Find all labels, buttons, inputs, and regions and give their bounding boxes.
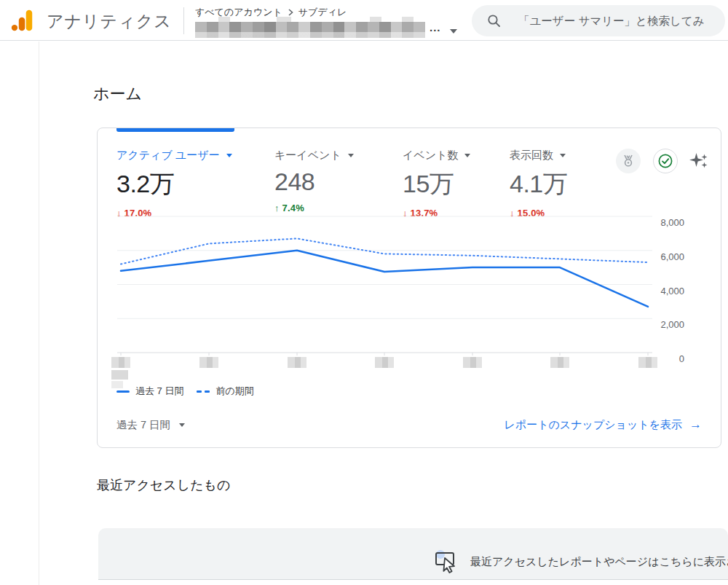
click-cursor-icon [434,549,460,575]
recent-empty-state: 最近アクセスしたレポートやページはこちらに表示され [434,549,728,575]
chevron-down-icon [560,154,566,157]
metric-value: 248 [274,168,354,196]
chevron-down-icon [226,154,232,157]
benchmark-medal-icon [621,154,636,168]
metric-label: 表示回数 [510,149,553,162]
recent-empty-message: 最近アクセスしたレポートやページはこちらに表示され [470,555,728,569]
app-title: アナリティクス [47,8,172,34]
metric-value: 15万 [403,168,470,201]
search-icon [486,13,502,28]
recent-section-heading: 最近アクセスしたもの [97,476,230,494]
trend-chart-svg [110,212,663,369]
metric-active-users[interactable]: アクティブ ユーザー 3.2万 ↓ 17.0% [116,148,232,219]
breadcrumb-all-accounts: すべてのアカウント [195,6,282,19]
metric-label: キーイベント [274,149,341,162]
chart-legend: 過去 7 日間 前の期間 [116,385,254,398]
metric-label: イベント数 [403,149,458,162]
account-name-redacted [195,22,425,38]
selected-metric-indicator [116,128,234,132]
legend-label: 前の期間 [215,385,253,398]
metric-value: 3.2万 [116,168,232,201]
date-range-selector[interactable]: 過去 7 日間 [116,418,185,432]
page-title: ホーム [93,83,142,105]
metric-event-count[interactable]: イベント数 15万 ↓ 13.7% [403,148,470,219]
search-placeholder: 「ユーザー サマリー」と検索してみ [518,5,722,36]
app-header: アナリティクス すべてのアカウント サブディレ ... 「ユーザー サマリー」と… [0,0,728,41]
account-switcher[interactable]: すべてのアカウント サブディレ ... [195,5,472,39]
data-quality-button[interactable] [653,149,678,173]
solid-line-swatch [116,390,130,393]
breadcrumb-property: サブディレ [298,6,347,19]
analytics-logo-icon [10,8,35,33]
legend-current-period: 過去 7 日間 [116,385,183,398]
chevron-down-icon [450,29,457,34]
metric-value: 4.1万 [510,168,567,201]
insights-button[interactable] [689,151,709,171]
overview-card: アクティブ ユーザー 3.2万 ↓ 17.0% キーイベント 248 ↑ 7.4… [97,127,721,448]
left-nav [0,42,39,585]
chevron-down-icon [348,154,354,157]
chevron-right-icon [287,8,294,17]
chevron-down-icon [464,154,470,157]
account-ellipsis: ... [430,21,441,34]
recently-accessed-card: 最近アクセスしたレポートやページはこちらに表示され [98,528,728,580]
dashed-line-swatch [197,390,210,393]
legend-label: 過去 7 日間 [135,385,183,398]
chevron-down-icon [179,423,185,427]
analytics-logo[interactable]: アナリティクス [10,8,178,34]
metric-label: アクティブ ユーザー [116,149,220,162]
metric-key-events[interactable]: キーイベント 248 ↑ 7.4% [274,148,354,213]
benchmarking-button[interactable] [616,149,641,173]
insights-sparkle-icon [689,151,709,171]
search-bar[interactable]: 「ユーザー サマリー」と検索してみ [472,5,725,36]
header-divider [183,7,184,34]
report-snapshot-link[interactable]: レポートのスナップショットを表示 → [504,417,702,432]
data-quality-check-icon [657,153,673,169]
date-range-label: 過去 7 日間 [116,418,170,432]
arrow-right-icon: → [689,417,702,432]
metric-views[interactable]: 表示回数 4.1万 ↓ 15.0% [510,148,567,219]
report-snapshot-link-label: レポートのスナップショットを表示 [504,418,682,432]
legend-previous-period: 前の期間 [197,385,253,398]
